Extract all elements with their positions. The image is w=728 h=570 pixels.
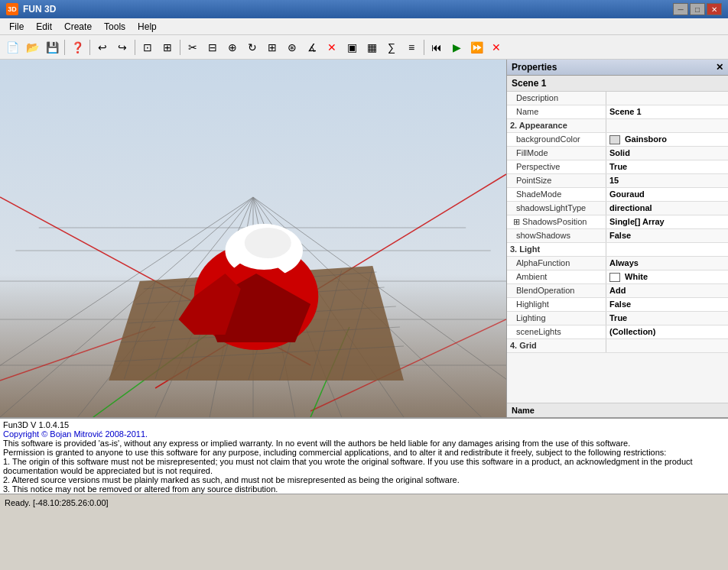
- prop-row-fillmode: FillMode Solid: [507, 147, 728, 160]
- close-button[interactable]: ✕: [707, 3, 722, 15]
- menu-edit[interactable]: Edit: [30, 18, 58, 34]
- prop-row-name: Name Scene 1: [507, 105, 728, 119]
- prop-row-perspective: Perspective True: [507, 160, 728, 174]
- tb-paste[interactable]: ⊕: [223, 38, 242, 57]
- prop-row-blendop: BlendOperation Add: [507, 284, 728, 298]
- title-left: 3D FUN 3D: [6, 3, 56, 15]
- menubar: File Edit Create Tools Help: [0, 18, 728, 35]
- tb-delete[interactable]: ✕: [323, 38, 341, 57]
- tb-play-back[interactable]: ⏮: [427, 38, 446, 57]
- section-light: 3. Light: [507, 243, 728, 257]
- tb-rotate[interactable]: ↻: [243, 38, 262, 57]
- tb-cut[interactable]: ✂: [184, 38, 202, 57]
- output-version: Fun3D V 1.0.4.15: [3, 420, 725, 429]
- output-line-2: Permission is granted to anyone to use t…: [3, 448, 725, 457]
- output-line-1: This software is provided 'as-is', witho…: [3, 439, 725, 448]
- tb-stop[interactable]: ✕: [487, 38, 505, 57]
- properties-titlebar: Properties ✕: [507, 60, 728, 76]
- tb-new[interactable]: 📄: [3, 38, 21, 57]
- bottom-section: Fun3D V 1.0.4.15 Copyright © Bojan Mitro…: [0, 417, 728, 494]
- output-line-5: 2. Altered source versions must be plain…: [3, 475, 725, 484]
- tb-redo[interactable]: ↪: [113, 38, 132, 57]
- properties-panel: Properties ✕ Scene 1 Description Name Sc…: [506, 60, 728, 417]
- tb-play[interactable]: ▶: [447, 38, 466, 57]
- prop-row-pointsize: PointSize 15: [507, 174, 728, 188]
- status-text: Ready. [-48.10:285.26:0.00]: [5, 498, 109, 507]
- tb-measure[interactable]: ∡: [303, 38, 321, 57]
- section-grid: 4. Grid: [507, 339, 728, 353]
- scene-label: Scene 1: [507, 76, 728, 92]
- prop-row-ambient: Ambient White: [507, 270, 728, 284]
- prop-row-shadowspos: ⊞ ShadowsPosition Single[] Array: [507, 215, 728, 229]
- toolbar: 📄 📂 💾 ❓ ↩ ↪ ⊡ ⊞ ✂ ⊟ ⊕ ↻ ⊞ ⊛ ∡ ✕ ▣ ▦ ∑ ≡ …: [0, 35, 728, 60]
- tb-import[interactable]: ⊡: [138, 38, 157, 57]
- tb-help[interactable]: ❓: [68, 38, 86, 57]
- tb-list[interactable]: ≡: [402, 38, 421, 57]
- prop-row-lighting: Lighting True: [507, 312, 728, 325]
- scene-svg: [0, 60, 506, 417]
- tb-group[interactable]: ▣: [343, 38, 361, 57]
- sep4: [180, 40, 180, 55]
- statusbar: Ready. [-48.10:285.26:0.00]: [0, 494, 728, 510]
- app-icon: 3D: [6, 3, 18, 15]
- sep2: [89, 40, 90, 55]
- tb-snap[interactable]: ⊛: [283, 38, 301, 57]
- menu-file[interactable]: File: [3, 18, 30, 34]
- tb-calc[interactable]: ∑: [382, 38, 401, 57]
- prop-row-scenelights: sceneLights (Collection): [507, 325, 728, 339]
- menu-help[interactable]: Help: [132, 18, 163, 34]
- tb-open[interactable]: 📂: [23, 38, 41, 57]
- minimize-button[interactable]: ─: [673, 3, 688, 15]
- menu-create[interactable]: Create: [58, 18, 98, 34]
- tb-grid[interactable]: ⊞: [263, 38, 281, 57]
- sep3: [135, 40, 135, 55]
- svg-point-42: [245, 228, 291, 258]
- output-line-4: documentation would be appreciated but i…: [3, 466, 725, 475]
- tb-save[interactable]: 💾: [43, 38, 61, 57]
- properties-title: Properties: [512, 62, 557, 73]
- menu-tools[interactable]: Tools: [98, 18, 132, 34]
- prop-row-shademode: ShadeMode Gouraud: [507, 188, 728, 202]
- sep1: [64, 40, 65, 55]
- prop-row-bgcolor: backgroundColor Gainsboro: [507, 133, 728, 147]
- prop-row-showshadows: showShadows False: [507, 229, 728, 243]
- tb-copy[interactable]: ⊟: [203, 38, 222, 57]
- app-title: FUN 3D: [23, 4, 56, 15]
- sep5: [424, 40, 424, 55]
- viewport[interactable]: [0, 60, 506, 417]
- properties-close-button[interactable]: ✕: [716, 62, 723, 73]
- properties-footer: Name: [507, 403, 728, 417]
- tb-texture[interactable]: ▦: [362, 38, 381, 57]
- bgcolor-swatch: [609, 135, 620, 144]
- prop-row-alphafunc: AlphaFunction Always: [507, 257, 728, 270]
- output-copyright: Copyright © Bojan Mitrović 2008-2011.: [3, 429, 725, 439]
- tb-undo[interactable]: ↩: [93, 38, 112, 57]
- output-line-6: 3. This notice may not be removed or alt…: [3, 484, 725, 494]
- section-appearance: 2. Appearance: [507, 119, 728, 133]
- tb-play-fwd[interactable]: ⏩: [467, 38, 486, 57]
- title-controls: ─ □ ✕: [673, 3, 722, 15]
- output-area: Fun3D V 1.0.4.15 Copyright © Bojan Mitro…: [0, 419, 728, 494]
- ambient-swatch: [609, 273, 620, 282]
- output-line-3: 1. The origin of this software must not …: [3, 457, 725, 466]
- prop-row-description: Description: [507, 92, 728, 105]
- tb-export[interactable]: ⊞: [158, 38, 177, 57]
- prop-row-highlight: Highlight False: [507, 298, 728, 312]
- prop-row-shadowslighttype: shadowsLightType directional: [507, 202, 728, 215]
- titlebar: 3D FUN 3D ─ □ ✕: [0, 0, 728, 18]
- maximize-button[interactable]: □: [690, 3, 705, 15]
- properties-table: Description Name Scene 1 2. Appearance b…: [507, 92, 728, 403]
